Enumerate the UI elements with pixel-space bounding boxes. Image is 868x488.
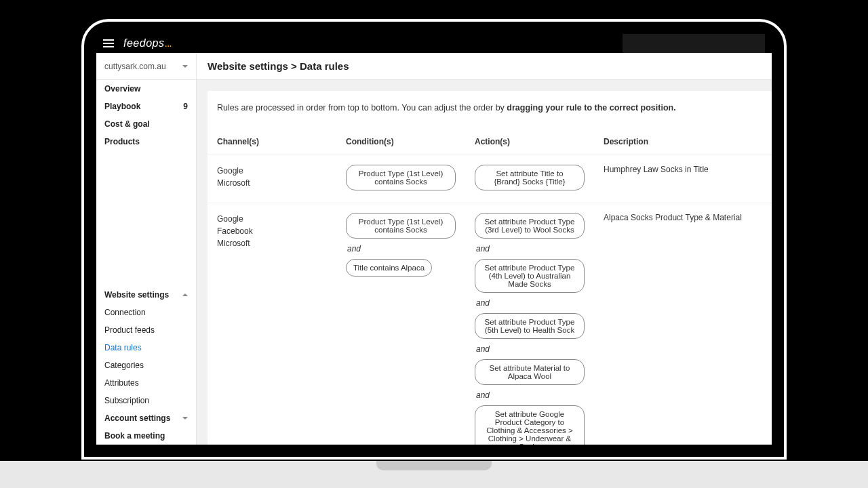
sidebar-item-subscription[interactable]: Subscription — [96, 392, 196, 409]
and-connector: and — [476, 344, 583, 354]
sidebar-item-label: Categories — [104, 361, 144, 370]
sidebar-item-cost-goal[interactable]: Cost & goal — [96, 115, 196, 133]
site-selector[interactable]: cuttysark.com.au — [96, 53, 197, 79]
sidebar-item-label: Attributes — [104, 378, 139, 388]
sidebar-item-product-feeds[interactable]: Product feeds — [96, 321, 196, 339]
cell-actions: Set attribute Product Type (3rd Level) t… — [465, 203, 594, 445]
sidebar-item-label: Website settings — [104, 290, 169, 300]
action-pill[interactable]: Set attribute Product Type (4th Level) t… — [475, 259, 585, 293]
col-actions: Action(s) — [465, 131, 594, 155]
brand-text: feedops — [123, 37, 164, 49]
sidebar-item-label: Product feeds — [104, 325, 155, 335]
app-screen: feedops... cuttysark.com.au Website sett… — [96, 34, 772, 445]
topbar-right-placeholder — [623, 34, 765, 53]
sidebar-item-label: Data rules — [104, 343, 142, 352]
sidebar-item-connection[interactable]: Connection — [96, 304, 196, 321]
table-row[interactable]: GoogleFacebookMicrosoftProduct Type (1st… — [208, 203, 772, 445]
sidebar-item-overview[interactable]: Overview — [96, 80, 196, 98]
sidebar-item-label: Account settings — [104, 413, 170, 423]
sidebar-top: OverviewPlaybook9Cost & goalProducts — [96, 80, 196, 150]
chevron-up-icon — [182, 293, 188, 296]
sidebar: OverviewPlaybook9Cost & goalProducts Web… — [96, 80, 197, 445]
channel-value: Google — [217, 213, 327, 225]
sidebar-item-label: Overview — [104, 84, 140, 94]
channel-value: Google — [217, 165, 327, 177]
chevron-down-icon — [182, 65, 188, 68]
header-row: cuttysark.com.au Website settings > Data… — [96, 53, 772, 80]
condition-pill[interactable]: Product Type (1st Level) contains Socks — [346, 213, 456, 239]
action-pill[interactable]: Set attribute Product Type (3rd Level) t… — [475, 213, 585, 239]
channel-value: Microsoft — [217, 177, 327, 189]
sidebar-item-categories[interactable]: Categories — [96, 357, 196, 374]
rules-table: Channel(s) Condition(s) Action(s) Descri… — [208, 131, 772, 445]
condition-pill[interactable]: Product Type (1st Level) contains Socks — [346, 165, 456, 190]
rules-card: Rules are processed in order from top to… — [208, 91, 772, 445]
breadcrumb-text: Website settings > Data rules — [208, 60, 349, 72]
col-description: Description — [594, 131, 772, 155]
table-row[interactable]: GoogleMicrosoftProduct Type (1st Level) … — [208, 155, 772, 203]
laptop-base — [0, 461, 868, 488]
info-text-drag: dragging your rule to the correct positi… — [507, 103, 675, 113]
main-content: Rules are processed in order from top to… — [197, 80, 772, 445]
and-connector: and — [347, 244, 454, 253]
sidebar-item-attributes[interactable]: Attributes — [96, 374, 196, 392]
sidebar-item-book-meeting[interactable]: Book a meeting — [96, 427, 196, 445]
cell-conditions: Product Type (1st Level) contains Socksa… — [336, 203, 465, 445]
info-text: Rules are processed in order from top to… — [208, 91, 772, 131]
cell-channels: GoogleFacebookMicrosoft — [208, 203, 336, 445]
and-connector: and — [476, 390, 583, 400]
col-channels: Channel(s) — [208, 131, 336, 155]
sidebar-item-label: Cost & goal — [104, 119, 150, 129]
and-connector: and — [476, 244, 583, 253]
action-pill[interactable]: Set attribute Product Type (5th Level) t… — [475, 313, 585, 339]
sidebar-item-label: Book a meeting — [104, 431, 165, 441]
breadcrumb: Website settings > Data rules — [197, 53, 772, 79]
sidebar-item-data-rules[interactable]: Data rules — [96, 339, 196, 357]
info-text-pre: Rules are processed in order from top to… — [217, 103, 507, 113]
site-name: cuttysark.com.au — [104, 62, 166, 71]
brand-logo: feedops... — [123, 37, 172, 49]
cell-description: Alpaca Socks Product Type & Material — [594, 203, 772, 445]
sidebar-item-label: Subscription — [104, 396, 149, 405]
action-pill[interactable]: Set attribute Title to {Brand} Socks {Ti… — [475, 165, 585, 190]
cell-conditions: Product Type (1st Level) contains Socks — [336, 155, 465, 203]
device-frame: feedops... cuttysark.com.au Website sett… — [81, 19, 787, 460]
hamburger-icon[interactable] — [103, 39, 114, 47]
condition-pill[interactable]: Title contains Alpaca — [346, 259, 432, 277]
cell-description: Humphrey Law Socks in Title — [594, 155, 772, 203]
sidebar-item-label: Connection — [104, 308, 146, 317]
channel-value: Microsoft — [217, 237, 327, 249]
sidebar-item-label: Products — [104, 137, 140, 146]
laptop-notch — [376, 461, 492, 470]
channel-value: Facebook — [217, 225, 327, 237]
body: OverviewPlaybook9Cost & goalProducts Web… — [96, 80, 772, 445]
col-conditions: Condition(s) — [336, 131, 465, 155]
action-pill[interactable]: Set attribute Google Product Category to… — [475, 405, 585, 445]
chevron-down-icon — [182, 417, 188, 420]
sidebar-bottom: Website settings ConnectionProduct feeds… — [96, 286, 196, 445]
sidebar-item-playbook[interactable]: Playbook9 — [96, 98, 196, 115]
sidebar-item-account-settings[interactable]: Account settings — [96, 409, 196, 427]
action-pill[interactable]: Set attribute Material to Alpaca Wool — [475, 359, 585, 385]
cell-actions: Set attribute Title to {Brand} Socks {Ti… — [465, 155, 594, 203]
and-connector: and — [476, 298, 583, 308]
sidebar-item-products[interactable]: Products — [96, 133, 196, 150]
topbar: feedops... — [96, 34, 772, 53]
cell-channels: GoogleMicrosoft — [208, 155, 336, 203]
badge: 9 — [183, 102, 188, 111]
sidebar-item-label: Playbook — [104, 102, 140, 111]
sidebar-item-website-settings[interactable]: Website settings — [96, 286, 196, 304]
